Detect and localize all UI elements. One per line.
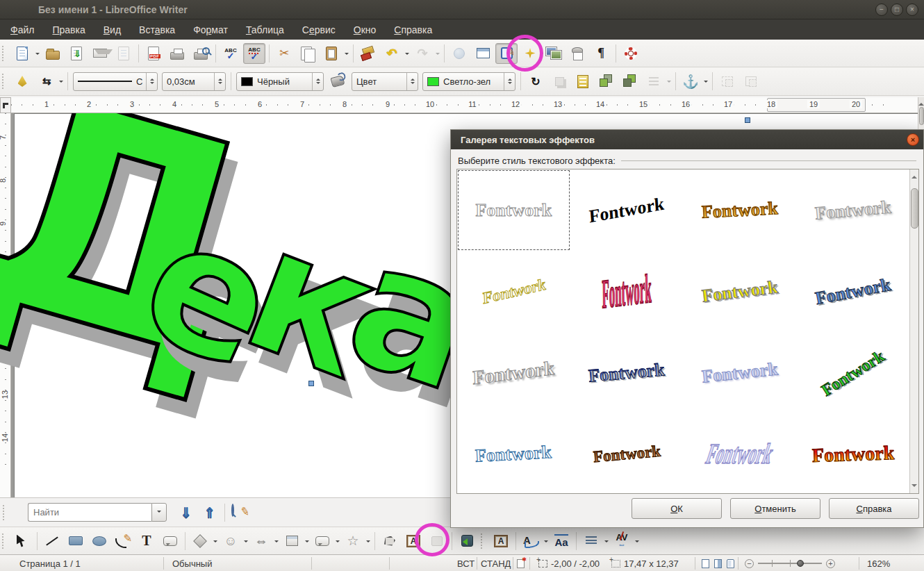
edit-points-button[interactable]	[379, 531, 401, 552]
page-style-field[interactable]: Обычный	[172, 555, 212, 571]
insert-table-button[interactable]	[472, 43, 494, 64]
fontwork-style-9[interactable]: Fontwork	[570, 332, 684, 413]
align-dropdown[interactable]	[667, 81, 671, 85]
callout-button[interactable]	[159, 531, 181, 552]
rotate-button[interactable]: ↻	[525, 71, 547, 92]
find-and-replace-button[interactable]	[229, 502, 251, 523]
scrollbar-thumb[interactable]	[919, 107, 924, 125]
fontwork-style-12[interactable]: Fontwork	[457, 413, 570, 494]
group-button[interactable]	[740, 71, 762, 92]
maximize-button[interactable]: □	[891, 3, 903, 16]
wrap-button[interactable]	[572, 71, 594, 92]
callouts-dropdown[interactable]	[336, 540, 340, 545]
fontwork-style-8[interactable]: Fontwork	[457, 332, 570, 413]
redo-button[interactable]: ↷	[411, 43, 434, 64]
new-document-dropdown[interactable]	[35, 53, 40, 57]
fontwork-gallery-button[interactable]: A	[402, 531, 424, 552]
align-objects-button[interactable]	[643, 71, 665, 92]
redo-dropdown[interactable]	[436, 53, 440, 57]
shadow-button[interactable]	[548, 71, 570, 92]
fontwork-style-10[interactable]: Fontwork	[684, 332, 797, 413]
gallery-button[interactable]	[543, 43, 565, 64]
select-tool-button[interactable]	[11, 531, 33, 552]
undo-button[interactable]: ↶	[381, 43, 403, 64]
ok-button[interactable]: ОК	[632, 498, 722, 519]
edit-points-mode-button[interactable]	[11, 71, 33, 92]
rectangle-tool-button[interactable]	[65, 531, 87, 552]
menu-format[interactable]: Формат	[193, 24, 228, 35]
paste-button[interactable]	[320, 43, 343, 64]
fontwork-style-4[interactable]: Fontwork	[457, 251, 570, 332]
find-history-dropdown[interactable]	[151, 503, 167, 522]
paste-dropdown[interactable]	[345, 53, 349, 57]
block-arrows-button[interactable]: ⇔	[250, 531, 272, 552]
menu-window[interactable]: Окно	[354, 24, 377, 35]
tab-stop-selector[interactable]	[0, 97, 11, 113]
callouts-button[interactable]	[311, 531, 333, 552]
block-arrows-dropdown[interactable]	[274, 540, 279, 545]
fill-type-combobox[interactable]: Цвет	[352, 72, 418, 91]
minimize-button[interactable]: −	[875, 3, 888, 16]
send-backward-button[interactable]	[619, 71, 641, 92]
document-modified-field[interactable]	[517, 555, 527, 571]
email-button[interactable]	[89, 43, 111, 64]
extrusion-toggle-button[interactable]	[426, 531, 448, 552]
line-color-spinner[interactable]	[312, 73, 323, 90]
fontwork-style-14[interactable]: Fontwork	[684, 413, 797, 494]
insert-mode-field[interactable]: ВСТ	[457, 555, 475, 571]
find-next-button[interactable]: ⇓	[175, 502, 197, 523]
line-tool-button[interactable]	[41, 531, 63, 552]
object-position-field[interactable]: -2,00 / -2,00	[538, 555, 600, 571]
text-box-button[interactable]: T	[135, 531, 158, 552]
book-view-button[interactable]	[727, 559, 734, 568]
undo-dropdown[interactable]	[405, 53, 409, 57]
zoom-slider-thumb[interactable]	[797, 560, 804, 567]
help-button[interactable]: Справка	[829, 498, 919, 519]
scroll-up-arrow-icon[interactable]	[918, 100, 924, 106]
flowchart-button[interactable]	[281, 531, 303, 552]
area-style-button[interactable]	[327, 71, 349, 92]
fontwork-style-5[interactable]: Fontwork	[570, 251, 684, 332]
menu-file[interactable]: Файл	[10, 24, 34, 35]
fill-color-spinner[interactable]	[504, 73, 515, 90]
zoom-in-button[interactable]: +	[826, 559, 835, 568]
formatting-marks-toggle[interactable]: ¶	[590, 43, 612, 64]
line-style-combobox[interactable]: С	[73, 72, 158, 91]
close-button[interactable]: ×	[906, 3, 918, 16]
menu-view[interactable]: Вид	[104, 24, 121, 35]
symbol-shapes-dropdown[interactable]	[244, 540, 248, 545]
gallery-scrollbar[interactable]	[909, 169, 918, 493]
ellipse-tool-button[interactable]	[88, 531, 110, 552]
line-width-field[interactable]: 0,03см	[162, 72, 226, 91]
single-page-view-button[interactable]	[702, 559, 709, 568]
symbol-shapes-button[interactable]: ☺	[220, 531, 242, 552]
stars-button[interactable]: ☆	[342, 531, 364, 552]
basic-shapes-button[interactable]	[189, 531, 211, 552]
menu-tools[interactable]: Сервис	[302, 24, 336, 35]
fontwork-character-spacing-button[interactable]: AV⇔	[611, 531, 633, 552]
fontwork-alignment-button[interactable]	[580, 531, 602, 552]
toolbar-grip[interactable]	[3, 505, 8, 520]
fontwork-style-7[interactable]: Fontwork	[796, 251, 909, 332]
fontwork-style-11[interactable]: Fontwork	[796, 332, 909, 413]
fontwork-style-2[interactable]: Fontwork	[684, 169, 797, 251]
print-preview-button[interactable]	[190, 43, 212, 64]
zoom-out-button[interactable]: −	[745, 559, 754, 568]
stars-dropdown[interactable]	[366, 540, 370, 545]
open-button[interactable]	[42, 43, 64, 64]
object-size-field[interactable]: 17,47 x 12,37	[611, 555, 679, 571]
navigator-button[interactable]	[519, 43, 541, 64]
fontwork-style-13[interactable]: Fontwork	[570, 413, 684, 494]
find-input[interactable]	[28, 503, 151, 522]
hyperlink-button[interactable]	[448, 43, 470, 64]
line-style-spinner[interactable]	[146, 73, 157, 90]
dialog-title-bar[interactable]: Галерея текстовых эффектов ×	[451, 130, 923, 149]
anchor-button[interactable]: ⚓	[679, 71, 702, 92]
zoom-slider[interactable]	[758, 563, 822, 564]
data-sources-button[interactable]	[566, 43, 588, 64]
find-previous-button[interactable]: ⇑	[199, 502, 221, 523]
new-document-button[interactable]	[11, 43, 33, 64]
menu-edit[interactable]: Правка	[52, 24, 85, 35]
fontwork-same-height-button[interactable]: Aa	[550, 531, 572, 552]
fontwork-shape-dropdown[interactable]	[544, 540, 548, 545]
